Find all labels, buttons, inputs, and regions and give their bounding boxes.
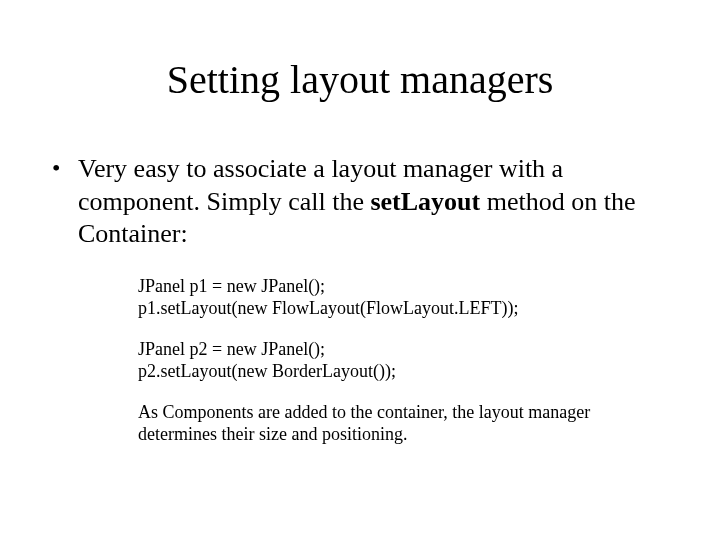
bullet-item: Very easy to associate a layout manager …: [48, 153, 672, 251]
slide-title: Setting layout managers: [0, 0, 720, 103]
code-line: p2.setLayout(new BorderLayout());: [138, 360, 672, 383]
code-line: JPanel p1 = new JPanel();: [138, 275, 672, 298]
slide: Setting layout managers Very easy to ass…: [0, 0, 720, 540]
code-block: JPanel p1 = new JPanel(); p1.setLayout(n…: [138, 275, 672, 446]
code-line: p1.setLayout(new FlowLayout(FlowLayout.L…: [138, 297, 672, 320]
bullet-text-bold: setLayout: [370, 187, 480, 216]
code-line: JPanel p2 = new JPanel();: [138, 338, 672, 361]
slide-body: Very easy to associate a layout manager …: [0, 103, 720, 446]
code-note: As Components are added to the container…: [138, 401, 672, 446]
bullet-list: Very easy to associate a layout manager …: [48, 153, 672, 251]
